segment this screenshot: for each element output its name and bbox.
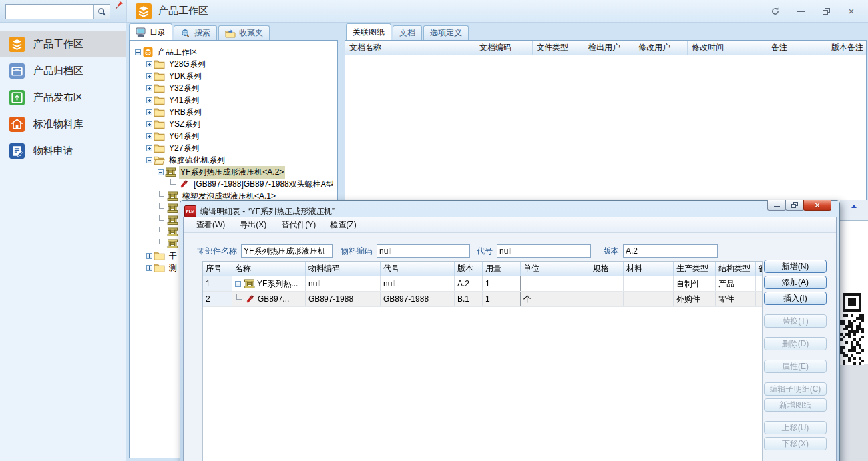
expander-icon[interactable]	[146, 61, 152, 67]
doc-tab[interactable]: 选项定义	[423, 25, 469, 40]
dialog-close-button[interactable]: ✕	[803, 200, 831, 211]
minimize-button[interactable]	[788, 3, 813, 19]
bom-column-header[interactable]: 材料	[624, 262, 674, 276]
bom-column-header[interactable]: 生产类型	[674, 262, 716, 276]
bom-column-header[interactable]: 单位	[521, 262, 590, 276]
doc-column-header[interactable]: 备注	[767, 41, 827, 55]
dialog-button[interactable]: 插入(I)	[764, 292, 827, 305]
expander-icon[interactable]	[135, 49, 141, 55]
doc-column-header[interactable]: 文档名称	[345, 41, 475, 55]
tree-item[interactable]: Y41系列	[130, 94, 337, 106]
expander-icon[interactable]	[146, 157, 152, 163]
dialog-button[interactable]: 属性(E)	[764, 360, 827, 373]
refresh-button[interactable]	[763, 3, 788, 19]
bom-column-header[interactable]: 规格	[590, 262, 624, 276]
tree-item[interactable]: 橡胶硫化机系列	[130, 154, 337, 166]
tree-tab[interactable]: 搜索	[174, 25, 217, 40]
dialog-button[interactable]: 添加(A)	[764, 276, 827, 289]
sidebar-item[interactable]: 产品工作区	[0, 31, 126, 57]
dialog-button[interactable]: 新增(N)	[764, 260, 827, 273]
field-input[interactable]: null	[377, 244, 470, 258]
expander-icon[interactable]	[146, 253, 152, 259]
expander-icon[interactable]	[146, 85, 152, 91]
dialog-button[interactable]: 上移(U)	[764, 421, 827, 434]
tree-item[interactable]: YF系列热压成形液压机<A.2>	[130, 166, 337, 178]
expander-icon[interactable]	[158, 169, 164, 175]
bom-column-header[interactable]: 结构类型	[716, 262, 756, 276]
tree-item[interactable]: Y64系列	[130, 130, 337, 142]
expander-icon[interactable]	[159, 203, 164, 209]
dialog-button[interactable]: 编辑子明细(C)	[764, 382, 827, 396]
tree-item[interactable]: 产品工作区	[130, 46, 337, 58]
sidebar-item[interactable]: 标准物料库	[0, 111, 126, 137]
doc-column-header[interactable]: 检出用户	[584, 41, 634, 55]
dialog-restore-button[interactable]	[785, 200, 804, 211]
scroll-up-arrow-icon[interactable]	[851, 205, 857, 208]
dialog-button[interactable]: 替换(T)	[764, 314, 827, 328]
refresh-icon	[771, 7, 780, 16]
close-button[interactable]: ×	[839, 3, 864, 19]
field-input[interactable]: null	[497, 244, 591, 258]
expander-icon[interactable]	[236, 294, 242, 300]
dialog-button[interactable]: 新增图纸	[764, 398, 827, 412]
bom-row[interactable]: 2 GB897... GB897-1988 GB897-1988 B.1 1 个	[203, 292, 762, 307]
expander-icon[interactable]	[159, 227, 164, 232]
expander-icon[interactable]	[235, 281, 241, 287]
tree-tab[interactable]: 目录	[129, 23, 172, 40]
tree-item[interactable]: YSZ系列	[130, 118, 337, 130]
menu-item[interactable]: 导出(X)	[232, 219, 274, 230]
field-input[interactable]: YF系列热压成形液压机	[241, 244, 333, 258]
dialog-button[interactable]: 下移(X)	[764, 437, 827, 450]
bom-column-header[interactable]: 物料编码	[306, 262, 381, 276]
restore-button[interactable]	[813, 3, 839, 19]
tree-item[interactable]: Y28G系列	[130, 58, 337, 70]
pin-icon[interactable]	[113, 1, 124, 11]
bom-column-header[interactable]: 代号	[381, 262, 455, 276]
tree-item[interactable]: YDK系列	[130, 70, 337, 82]
sidebar-item[interactable]: 产品发布区	[0, 84, 126, 111]
sidebar-item[interactable]: 产品归档区	[0, 57, 126, 84]
expander-icon[interactable]	[146, 97, 152, 103]
field-label: 代号	[477, 246, 493, 257]
menu-item[interactable]: 替代件(Y)	[274, 219, 323, 230]
bom-column-header[interactable]: 序号	[203, 262, 232, 276]
expander-icon[interactable]	[170, 179, 176, 185]
bom-row[interactable]: 1 YF系列热... null null A.2 1	[203, 276, 762, 292]
tree-item[interactable]: YRB系列	[130, 106, 337, 118]
bom-column-header[interactable]: 备注	[756, 262, 763, 276]
expander-icon[interactable]	[146, 145, 152, 151]
tree-item[interactable]: Y32系列	[130, 82, 337, 94]
expander-icon[interactable]	[159, 191, 164, 197]
expander-icon[interactable]	[146, 109, 152, 115]
search-input[interactable]	[6, 5, 93, 19]
bom-column-header[interactable]: 用量	[483, 262, 521, 276]
expander-icon[interactable]	[146, 73, 152, 79]
menu-item[interactable]: 检查(Z)	[323, 219, 363, 230]
doc-tab[interactable]: 关联图纸	[346, 23, 391, 40]
dialog-minimize-button[interactable]	[767, 200, 786, 211]
expander-icon[interactable]	[159, 239, 164, 244]
magnifier-icon	[97, 7, 107, 17]
scrollbar-up-area[interactable]	[840, 200, 868, 221]
doc-tab[interactable]: 文档	[393, 25, 422, 40]
menu-item[interactable]: 查看(W)	[189, 219, 232, 230]
tree-item[interactable]: [GB897-1988]GB897-1988双头螺柱A型	[130, 178, 337, 190]
doc-column-header[interactable]: 修改用户	[634, 41, 688, 55]
tree-tab[interactable]: 收藏夹	[218, 25, 270, 40]
bom-column-header[interactable]: 名称	[232, 262, 306, 276]
bom-column-header[interactable]: 版本	[455, 262, 483, 276]
doc-column-header[interactable]: 文件类型	[533, 41, 584, 55]
doc-column-header[interactable]: 版本备注	[827, 41, 868, 55]
expander-icon[interactable]	[146, 121, 152, 127]
field-input[interactable]: A.2	[623, 244, 718, 258]
sidebar-item[interactable]: 物料申请	[0, 137, 126, 164]
expander-icon[interactable]	[146, 133, 152, 139]
doc-column-header[interactable]: 文档编码	[475, 41, 533, 55]
search-button[interactable]	[93, 5, 110, 19]
expander-icon[interactable]	[159, 215, 164, 221]
dialog-button[interactable]: 删除(D)	[764, 337, 827, 350]
doc-column-header[interactable]: 修改时间	[688, 41, 767, 55]
expander-icon[interactable]	[146, 265, 152, 271]
tree-item[interactable]: Y27系列	[130, 142, 337, 154]
workspace-icon	[136, 3, 152, 19]
